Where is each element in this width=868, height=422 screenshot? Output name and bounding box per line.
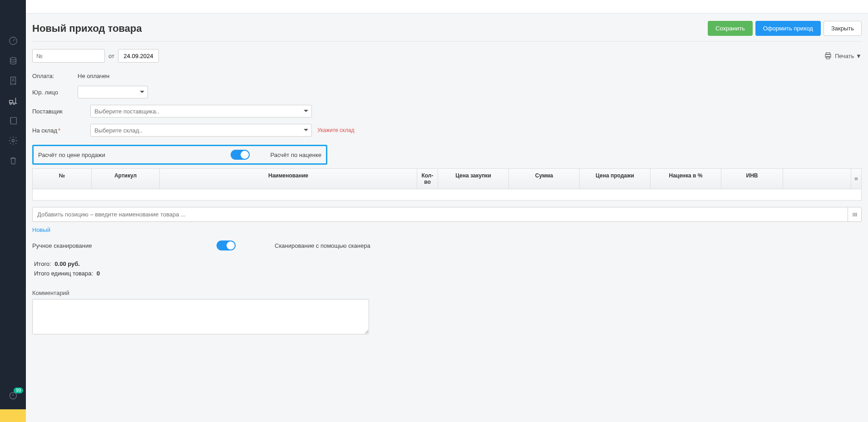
- header-actions: Сохранить Оформить приход Закрыть: [708, 21, 862, 36]
- scan-row: Ручное сканирование Сканирование с помощ…: [32, 240, 404, 250]
- col-inv: ИНВ: [721, 169, 783, 189]
- svg-point-1: [10, 58, 16, 60]
- comment-textarea[interactable]: [32, 299, 369, 334]
- legal-select[interactable]: [78, 86, 148, 98]
- scan-mode-toggle[interactable]: [217, 240, 236, 250]
- gear-icon: [8, 136, 18, 146]
- save-button[interactable]: Сохранить: [708, 21, 753, 36]
- calc-mode-toggle[interactable]: [231, 150, 250, 160]
- table-header-row: № Артикул Наименование Кол-во Цена закуп…: [33, 169, 861, 189]
- svg-rect-5: [10, 118, 16, 124]
- sidebar-bottom: 99: [0, 387, 26, 422]
- doc-meta-row: от Печать ▼: [32, 49, 862, 63]
- page-content: Новый приход товара Сохранить Оформить п…: [26, 14, 868, 354]
- svg-rect-10: [826, 57, 830, 59]
- sidebar: 99: [0, 0, 26, 422]
- gauge-icon: [8, 36, 18, 46]
- forklift-icon: [8, 96, 18, 106]
- col-qty: Кол-во: [417, 169, 438, 189]
- sidebar-spacer: [0, 0, 26, 14]
- scan-manual-label: Ручное сканирование: [32, 242, 205, 249]
- from-label: от: [108, 53, 114, 59]
- close-button[interactable]: Закрыть: [824, 21, 862, 36]
- nav-finance[interactable]: [0, 52, 26, 70]
- topbar: [26, 0, 868, 14]
- page-title: Новый приход товара: [32, 23, 142, 34]
- coins-icon: [8, 56, 18, 66]
- main-area: Новый приход товара Сохранить Оформить п…: [26, 0, 868, 422]
- comment-label: Комментарий: [32, 290, 862, 296]
- svg-rect-2: [9, 100, 12, 103]
- total-sum-label: Итого:: [34, 260, 51, 267]
- payment-value: Не оплачен: [78, 73, 109, 79]
- nav-warehouse[interactable]: [0, 92, 26, 110]
- items-table: № Артикул Наименование Кол-во Цена закуп…: [32, 168, 862, 201]
- col-menu-button[interactable]: [851, 169, 861, 189]
- total-sum-row: Итого: 0.00 руб.: [32, 260, 862, 269]
- col-margin: Наценка в %: [651, 169, 721, 189]
- warehouse-row: На склад* Укажите склад: [32, 124, 862, 137]
- doc-number-input[interactable]: [32, 49, 105, 63]
- sidebar-nav: [0, 32, 26, 170]
- nav-settings[interactable]: [0, 132, 26, 150]
- calc-mode-block: Расчёт по цене продажи Расчёт по наценке: [32, 145, 327, 165]
- print-button[interactable]: Печать ▼: [824, 52, 862, 60]
- supplier-label: Поставщик: [32, 108, 78, 115]
- warehouse-label: На склад*: [32, 127, 78, 134]
- total-units-value: 0: [97, 270, 100, 277]
- col-sum: Сумма: [509, 169, 580, 189]
- nav-dashboard[interactable]: [0, 32, 26, 50]
- svg-point-6: [12, 139, 15, 142]
- notebook-icon: [8, 116, 18, 126]
- warehouse-select[interactable]: [90, 124, 312, 137]
- svg-point-3: [10, 103, 11, 105]
- hamburger-icon: [854, 176, 858, 182]
- total-sum-value: 0.00 руб.: [54, 260, 80, 267]
- total-units-row: Итого единиц товара: 0: [32, 269, 862, 279]
- col-spare: [783, 169, 851, 189]
- svg-point-4: [13, 103, 15, 105]
- total-units-label: Итого единиц товара:: [34, 270, 93, 277]
- warehouse-error: Укажите склад: [317, 127, 354, 133]
- form-section: Оплата: Не оплачен Юр. лицо Поставщик На…: [32, 73, 862, 137]
- nav-notifications[interactable]: 99: [0, 387, 26, 405]
- legal-row: Юр. лицо: [32, 86, 862, 98]
- table-body-empty: [33, 189, 861, 200]
- submit-button[interactable]: Оформить приход: [755, 21, 821, 36]
- col-number: №: [33, 169, 92, 189]
- doc-meta-left: от: [32, 49, 159, 63]
- barcode-icon: [852, 211, 858, 218]
- col-sell: Цена продажи: [580, 169, 651, 189]
- nav-trash[interactable]: [0, 152, 26, 170]
- new-link[interactable]: Новый: [32, 226, 50, 233]
- doc-date-input[interactable]: [118, 49, 159, 63]
- totals-block: Итого: 0.00 руб. Итого единиц товара: 0: [32, 260, 862, 279]
- legal-label: Юр. лицо: [32, 89, 78, 96]
- col-name: Наименование: [160, 169, 417, 189]
- scan-scanner-label: Сканирование с помощью сканера: [275, 242, 370, 249]
- receipt-icon: [8, 76, 18, 86]
- notification-badge: 99: [14, 388, 23, 393]
- supplier-row: Поставщик: [32, 105, 862, 118]
- sidebar-highlight: [0, 409, 26, 422]
- add-item-input[interactable]: [33, 207, 848, 221]
- calc-by-price-label: Расчёт по цене продажи: [38, 152, 219, 158]
- print-label: Печать ▼: [835, 53, 862, 59]
- col-article: Артикул: [92, 169, 160, 189]
- payment-row: Оплата: Не оплачен: [32, 73, 862, 79]
- add-item-barcode-button[interactable]: [848, 207, 861, 221]
- calc-by-margin-label: Расчёт по наценке: [271, 152, 321, 158]
- nav-catalog[interactable]: [0, 112, 26, 130]
- add-item-row: [32, 207, 862, 222]
- payment-label: Оплата:: [32, 73, 78, 79]
- trash-icon: [8, 156, 18, 166]
- page-header: Новый приход товара Сохранить Оформить п…: [32, 18, 862, 42]
- printer-icon: [824, 52, 832, 60]
- nav-sales[interactable]: [0, 72, 26, 90]
- col-buy: Цена закупки: [438, 169, 509, 189]
- supplier-select[interactable]: [90, 105, 312, 118]
- comment-block: Комментарий: [32, 290, 862, 336]
